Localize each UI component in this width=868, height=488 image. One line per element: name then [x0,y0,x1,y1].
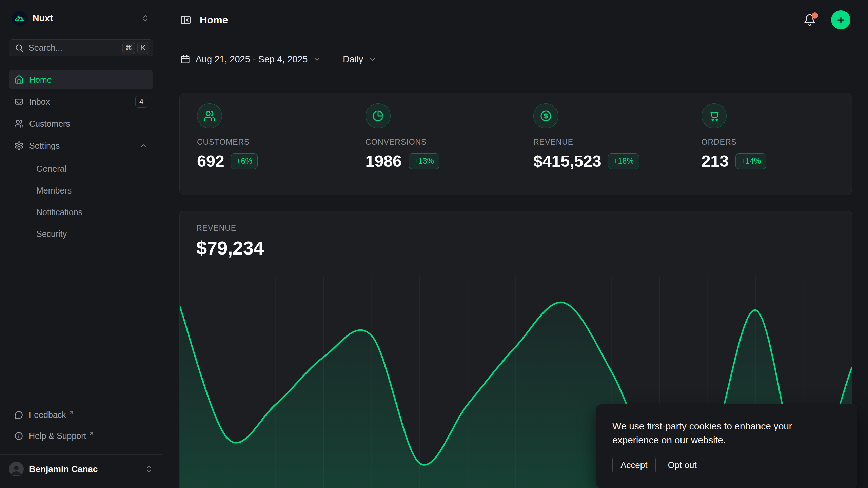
stat-change-badge: +18% [608,153,639,169]
stats-card: CUSTOMERS 692 +6% CONVERSIONS 1986 +13% [179,93,852,195]
notifications-button[interactable] [801,12,818,28]
sidebar-item-settings[interactable]: Settings [9,136,153,156]
cookie-accept-button[interactable]: Accept [612,456,656,474]
notification-dot [812,12,818,19]
date-range-value: Aug 21, 2025 - Sep 4, 2025 [196,54,308,65]
chevrons-up-down-icon [141,14,150,22]
revenue-chart-value: $79,234 [196,237,835,259]
sidebar-item-notifications[interactable]: Notifications [36,201,153,223]
stat-change-badge: +13% [409,153,439,169]
stat-orders[interactable]: ORDERS 213 +14% [684,93,852,195]
sidebar-item-feedback[interactable]: Feedback [9,405,153,425]
workspace-selector[interactable]: Nuxt [9,9,153,28]
sidebar-item-label: Customers [29,119,147,129]
chevron-down-icon [313,55,321,63]
pie-chart-icon [366,103,391,128]
user-menu[interactable]: Benjamin Canac [0,454,162,479]
info-circle-icon [14,431,23,441]
sidebar-item-security[interactable]: Security [36,223,153,245]
stat-customers[interactable]: CUSTOMERS 692 +6% [180,93,348,195]
user-name: Benjamin Canac [29,464,145,474]
stat-value: 692 [197,151,224,170]
collapse-sidebar-icon[interactable] [180,14,192,26]
stat-value: 213 [702,151,729,170]
sidebar-item-general[interactable]: General [36,158,153,180]
shopping-cart-icon [702,103,727,128]
page-title: Home [200,14,801,26]
settings-subnav: General Members Notifications Security [25,158,153,245]
sidebar-item-members[interactable]: Members [36,180,153,201]
users-icon [14,119,24,128]
search-placeholder: Search... [28,43,120,53]
circle-dollar-icon [533,103,558,128]
external-link-icon [68,410,74,415]
chevrons-up-down-icon [145,465,153,473]
users-icon [197,103,222,128]
stat-change-badge: +14% [735,153,766,169]
message-bubble-icon [14,410,23,420]
sidebar: Nuxt Search... ⌘ K Home Inbox 4 [0,0,162,488]
gear-icon [14,141,24,150]
sidebar-item-label: Home [29,75,147,85]
search-input[interactable]: Search... ⌘ K [9,39,153,56]
kbd-k: K [137,42,149,54]
sidebar-item-inbox[interactable]: Inbox 4 [9,92,153,111]
chevron-up-icon [139,142,147,150]
stat-label: CONVERSIONS [366,138,506,147]
stat-conversions[interactable]: CONVERSIONS 1986 +13% [348,93,516,195]
inbox-count-badge: 4 [135,96,147,108]
kbd-cmd: ⌘ [122,42,135,54]
revenue-chart-label: REVENUE [196,224,835,233]
add-button[interactable] [831,10,850,29]
stat-value: $415,523 [533,151,601,170]
stat-label: CUSTOMERS [197,138,338,147]
sidebar-footer-links: Feedback Help & Support [9,405,153,447]
sidebar-item-customers[interactable]: Customers [9,114,153,134]
cookie-optout-button[interactable]: Opt out [668,456,697,474]
cookie-message: We use first-party cookies to enhance yo… [612,419,841,447]
workspace-name: Nuxt [33,13,141,24]
stat-change-badge: +6% [231,153,258,169]
stat-revenue[interactable]: REVENUE $415,523 +18% [516,93,684,195]
sidebar-nav: Home Inbox 4 Customers Settings Ge [9,70,153,245]
inbox-icon [14,97,24,106]
topbar: Home [162,0,868,40]
cookie-banner: We use first-party cookies to enhance yo… [596,404,857,488]
sidebar-item-home[interactable]: Home [9,70,153,89]
chevron-down-icon [369,55,377,63]
date-range-picker[interactable]: Aug 21, 2025 - Sep 4, 2025 [180,54,321,65]
stat-value: 1986 [366,151,402,170]
granularity-select[interactable]: Daily [343,54,377,65]
stat-label: ORDERS [702,138,842,147]
search-icon [15,43,24,53]
sidebar-spacer [9,245,153,405]
sidebar-item-label: Inbox [29,97,135,107]
sidebar-item-label: Help & Support [29,431,86,441]
external-link-icon [88,431,94,436]
filter-bar: Aug 21, 2025 - Sep 4, 2025 Daily [162,40,868,79]
calendar-icon [180,54,190,64]
stat-label: REVENUE [533,138,674,147]
sidebar-item-help-support[interactable]: Help & Support [9,426,153,446]
nuxt-logo-icon [12,11,27,26]
sidebar-item-label: Feedback [29,410,66,420]
home-icon [14,75,24,84]
avatar [9,462,24,476]
sidebar-item-label: Settings [29,141,139,151]
granularity-value: Daily [343,54,363,65]
